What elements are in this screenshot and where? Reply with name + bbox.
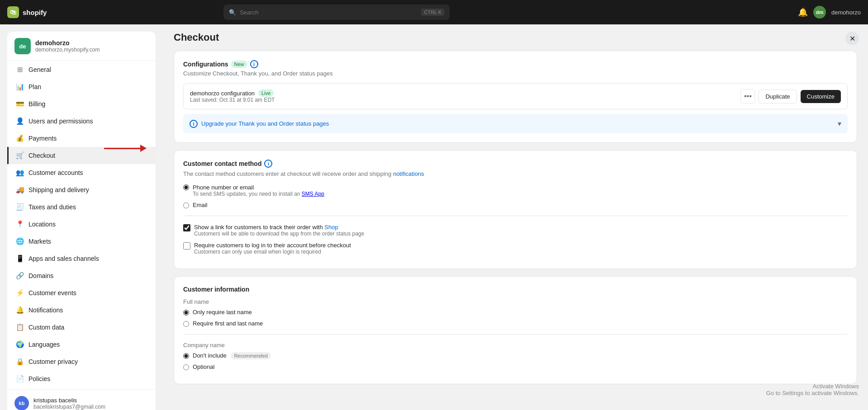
nav-notifications-icon: 🔔 [16, 306, 24, 314]
shopify-logo[interactable]: 🛍 shopify [7, 6, 47, 18]
last-name-radio[interactable] [183, 310, 189, 316]
phone-email-radio[interactable] [183, 184, 189, 190]
track-order-label[interactable]: Show a link for customers to track their… [194, 224, 338, 231]
custom-data-icon: 📋 [16, 323, 24, 331]
track-order-sub: Customers will be able to download the a… [194, 231, 364, 237]
sms-app-link[interactable]: SMS App [302, 191, 324, 197]
nav-shipping[interactable]: 🚚 Shipping and delivery [7, 181, 156, 198]
policies-label: Policies [28, 375, 50, 382]
nav-checkout[interactable]: 🛒 Checkout [7, 147, 156, 164]
nav-locations[interactable]: 📍 Locations [7, 216, 156, 233]
info-icon[interactable]: i [250, 60, 258, 68]
languages-icon: 🌍 [16, 340, 24, 349]
last-name-label[interactable]: Only require last name [193, 309, 252, 316]
topnav-right: 🔔 dm demohorzo [798, 6, 861, 19]
last-name-only-option: Only require last name [183, 309, 848, 316]
track-order-option: Show a link for customers to track their… [183, 223, 848, 237]
email-label[interactable]: Email [193, 202, 208, 208]
customer-information-card: Customer information Full name Only requ… [174, 276, 857, 384]
user-name[interactable]: demohorzo [831, 9, 861, 16]
plan-label: Plan [28, 83, 41, 90]
billing-icon: 💳 [16, 100, 24, 108]
upgrade-banner-left: i Upgrade your Thank you and Order statu… [190, 120, 329, 128]
require-login-option: Require customers to log in to their acc… [183, 241, 848, 255]
config-row-left: demohorzo configuration Live Last saved:… [190, 90, 275, 103]
sidebar-panel: de demohorzo demohorzo.myshopify.com ⊞ G… [0, 24, 163, 410]
customer-privacy-icon: 🔒 [16, 358, 24, 366]
shop-link[interactable]: Shop [324, 224, 338, 231]
dots-icon: ••• [744, 92, 752, 100]
more-options-button[interactable]: ••• [740, 89, 755, 104]
search-bar[interactable]: 🔍 CTRL K [223, 5, 450, 20]
nav-languages[interactable]: 🌍 Languages [7, 336, 156, 353]
nav-general[interactable]: ⊞ General [7, 61, 156, 78]
nav-customer-events[interactable]: ⚡ Customer events [7, 284, 156, 302]
nav-policies[interactable]: 📄 Policies [7, 370, 156, 387]
notifications-bell-icon[interactable]: 🔔 [798, 7, 808, 17]
taxes-icon: 🧾 [16, 203, 24, 211]
configurations-description: Customize Checkout, Thank you, and Order… [183, 70, 848, 77]
email-option: Email [183, 202, 848, 208]
nav-billing[interactable]: 💳 Billing [7, 95, 156, 113]
customer-info-title: Customer information [183, 286, 848, 293]
markets-icon: 🌐 [16, 237, 24, 245]
contact-method-title: Customer contact method i [183, 160, 848, 168]
close-button[interactable]: ✕ [845, 32, 859, 45]
payments-label: Payments [28, 135, 57, 142]
top-navigation: 🛍 shopify 🔍 CTRL K 🔔 dm demohorzo [0, 0, 868, 24]
search-input[interactable] [240, 9, 417, 16]
track-order-checkbox[interactable] [183, 224, 190, 231]
require-login-sub: Customers can only use email when login … [194, 249, 351, 255]
customer-accounts-label: Customer accounts [28, 169, 83, 176]
nav-taxes[interactable]: 🧾 Taxes and duties [7, 198, 156, 216]
customize-button[interactable]: Customize [801, 90, 841, 103]
nav-markets[interactable]: 🌐 Markets [7, 233, 156, 250]
apps-icon: 📱 [16, 254, 24, 263]
nav-custom-data[interactable]: 📋 Custom data [7, 319, 156, 336]
nav-domains[interactable]: 🔗 Domains [7, 267, 156, 284]
user-footer-email: baceliskristupas7@gmail.com [33, 404, 105, 410]
checkout-label: Checkout [28, 152, 55, 159]
custom-data-label: Custom data [28, 324, 64, 331]
contact-info-icon[interactable]: i [264, 160, 272, 168]
nav-plan[interactable]: 📊 Plan [7, 78, 156, 95]
store-avatar: de [14, 38, 31, 54]
dont-include-radio[interactable] [183, 353, 189, 359]
contact-method-subtitle: The contact method customers enter at ch… [183, 170, 848, 177]
config-row: demohorzo configuration Live Last saved:… [183, 83, 848, 109]
nav-customer-accounts[interactable]: 👥 Customer accounts [7, 164, 156, 181]
config-actions: ••• Duplicate Customize [740, 89, 841, 104]
optional-label[interactable]: Optional [193, 363, 214, 370]
first-last-radio[interactable] [183, 321, 189, 327]
nav-customer-privacy[interactable]: 🔒 Customer privacy [7, 353, 156, 370]
content-area: Checkout Configurations New i Customize … [163, 24, 868, 410]
customer-events-icon: ⚡ [16, 289, 24, 297]
user-footer-avatar: kb [14, 396, 29, 410]
notifications-link[interactable]: notifications [393, 170, 424, 177]
upgrade-text: Upgrade your Thank you and Order status … [201, 120, 329, 127]
live-badge: Live [258, 90, 274, 97]
languages-label: Languages [28, 341, 60, 348]
require-login-label[interactable]: Require customers to log in to their acc… [194, 242, 351, 249]
company-name-label: Company name [183, 342, 848, 349]
payments-icon: 💰 [16, 134, 24, 142]
sidebar-card: de demohorzo demohorzo.myshopify.com ⊞ G… [7, 32, 156, 410]
require-login-checkbox[interactable] [183, 242, 190, 250]
first-last-label[interactable]: Require first and last name [193, 320, 263, 327]
email-radio[interactable] [183, 203, 189, 208]
nav-notifications[interactable]: 🔔 Notifications [7, 302, 156, 319]
chevron-down-icon: ▾ [838, 119, 841, 128]
nav-payments[interactable]: 💰 Payments [7, 130, 156, 147]
nav-apps[interactable]: 📱 Apps and sales channels [7, 250, 156, 267]
dont-include-label[interactable]: Don't include Recommended [193, 352, 271, 359]
optional-option: Optional [183, 363, 848, 370]
phone-email-label[interactable]: Phone number or email [193, 184, 254, 191]
configurations-title: Configurations New i [183, 60, 848, 68]
shipping-label: Shipping and delivery [28, 186, 89, 193]
nav-users[interactable]: 👤 Users and permissions [7, 113, 156, 130]
duplicate-button[interactable]: Duplicate [759, 90, 797, 104]
upgrade-banner[interactable]: i Upgrade your Thank you and Order statu… [183, 114, 848, 133]
optional-radio[interactable] [183, 364, 189, 370]
config-date: Last saved: Oct 31 at 9:01 am EDT [190, 97, 275, 103]
locations-label: Locations [28, 221, 56, 228]
